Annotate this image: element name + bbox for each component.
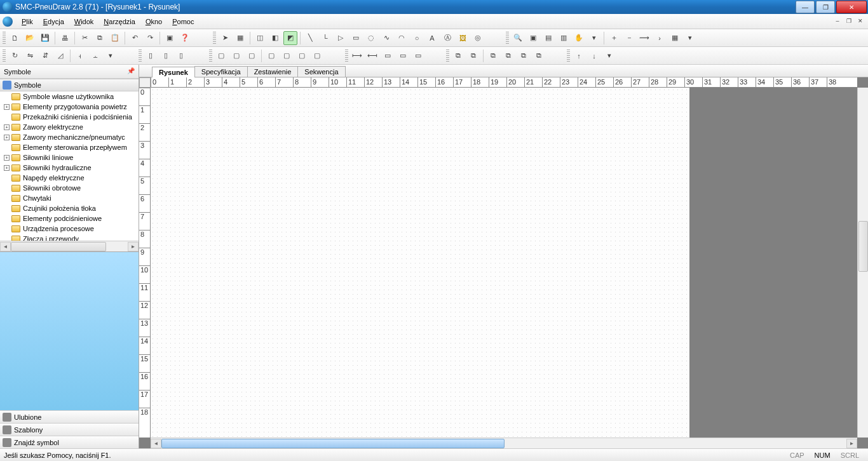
menu-okno[interactable]: Okno [140, 16, 167, 27]
vscroll-thumb[interactable] [858, 221, 868, 272]
grip[interactable] [446, 50, 449, 62]
triangle-icon[interactable]: ▷ [334, 31, 348, 45]
undo-icon[interactable]: ↶ [128, 31, 142, 45]
image-icon[interactable]: 🖼 [456, 31, 470, 45]
arrow-icon[interactable]: ⟿ [637, 31, 651, 45]
tree-item[interactable]: Przekaźniki ciśnienia i podciśnienia [0, 112, 139, 122]
tree-item[interactable]: Czujniki położenia tłoka [0, 203, 139, 213]
tab-zestawienie[interactable]: Zestawienie [247, 66, 299, 77]
tree-item[interactable]: +Siłowniki liniowe [0, 152, 139, 163]
tree-item[interactable]: Siłowniki obrotowe [0, 183, 139, 193]
expander-icon[interactable]: + [4, 124, 10, 130]
grip[interactable] [567, 50, 570, 62]
copy-icon[interactable]: ⧉ [93, 31, 107, 45]
line-icon[interactable]: ╲ [303, 31, 317, 45]
tab-sekwencja[interactable]: Sekwencja [297, 66, 345, 77]
dim4-icon[interactable]: ▭ [396, 49, 410, 63]
tab-rysunek[interactable]: Rysunek [152, 67, 195, 77]
group4-icon[interactable]: ⧉ [501, 49, 515, 63]
expander-icon[interactable]: + [4, 104, 10, 110]
cut-icon[interactable]: ✂ [78, 31, 92, 45]
shape3-icon[interactable]: ◩ [283, 31, 297, 45]
dashrect-icon[interactable]: ◌ [364, 31, 378, 45]
zoomfit-icon[interactable]: ▣ [526, 31, 540, 45]
vertical-scrollbar[interactable] [857, 88, 868, 438]
tab-specyfikacja[interactable]: Specyfikacja [194, 66, 248, 77]
dropdown4-icon[interactable]: ▾ [602, 49, 616, 63]
open-icon[interactable]: 📂 [23, 31, 37, 45]
dim1-icon[interactable]: ⟼ [350, 49, 364, 63]
mdi-minimize[interactable]: – [832, 17, 843, 25]
gt-icon[interactable]: › [653, 31, 667, 45]
panel-ulubione[interactable]: Ulubione [0, 410, 139, 423]
mdi-close[interactable]: ✕ [855, 17, 865, 25]
tree-item[interactable]: +Elementy przygotowania powietrz [0, 102, 139, 112]
order2-icon[interactable]: ▢ [229, 49, 243, 63]
panel-znajdz[interactable]: Znajdź symbol [0, 436, 139, 448]
order4-icon[interactable]: ▢ [264, 49, 278, 63]
menu-pomoc[interactable]: Pomoc [167, 16, 199, 27]
group5-icon[interactable]: ⧉ [517, 49, 531, 63]
rotate-icon[interactable]: ↻ [8, 49, 22, 63]
shape2-icon[interactable]: ◧ [268, 31, 282, 45]
scroll-left-icon[interactable]: ◄ [0, 242, 11, 251]
down-icon[interactable]: ↓ [587, 49, 601, 63]
text-icon[interactable]: A [425, 31, 439, 45]
tree-item[interactable]: Elementy sterowania przepływem [0, 142, 139, 152]
doc-icon[interactable] [3, 17, 13, 27]
drawing-paper[interactable] [151, 88, 689, 438]
help-cursor-icon[interactable]: ❓ [178, 31, 192, 45]
select-icon[interactable]: ▦ [233, 31, 247, 45]
tree-item[interactable]: Napędy elektryczne [0, 173, 139, 183]
check-icon[interactable]: ▣ [163, 31, 177, 45]
tree-item[interactable]: Złącza i przewody [0, 234, 139, 241]
group6-icon[interactable]: ⧉ [532, 49, 546, 63]
arc-icon[interactable]: ◠ [395, 31, 409, 45]
zoomsel-icon[interactable]: ▥ [557, 31, 571, 45]
grip[interactable] [345, 50, 348, 62]
pin-icon[interactable]: 📌 [127, 67, 135, 74]
layer2-icon[interactable]: ▯ [159, 49, 173, 63]
grip[interactable] [506, 32, 509, 44]
layer3-icon[interactable]: ▯ [174, 49, 188, 63]
symbol-tree[interactable]: Symbole własne użytkownika+Elementy przy… [0, 91, 139, 241]
zoom100-icon[interactable]: ▤ [541, 31, 555, 45]
paste-icon[interactable]: 📋 [108, 31, 122, 45]
redo-icon[interactable]: ↷ [143, 31, 157, 45]
grip[interactable] [3, 50, 6, 62]
menu-narzędzia[interactable]: Narzędzia [98, 16, 140, 27]
grip[interactable] [213, 32, 216, 44]
expander-icon[interactable]: + [4, 135, 10, 140]
minus-icon[interactable]: － [622, 31, 636, 45]
pan-icon[interactable]: ✋ [572, 31, 586, 45]
mdi-restore[interactable]: ❐ [844, 17, 854, 25]
order5-icon[interactable]: ▢ [280, 49, 294, 63]
tree-item[interactable]: Symbole własne użytkownika [0, 91, 139, 102]
align1-icon[interactable]: ⫞ [73, 49, 87, 63]
menu-plik[interactable]: Plik [17, 16, 38, 27]
tree-item[interactable]: +Siłowniki hydrauliczne [0, 163, 139, 173]
pointer-icon[interactable]: ➤ [218, 31, 232, 45]
tree-item[interactable]: Urządzenia procesowe [0, 224, 139, 234]
layer1-icon[interactable]: ▯ [144, 49, 158, 63]
order6-icon[interactable]: ▢ [295, 49, 309, 63]
order3-icon[interactable]: ▢ [245, 49, 259, 63]
polyline-icon[interactable]: └ [318, 31, 332, 45]
group3-icon[interactable]: ⧉ [486, 49, 500, 63]
group2-icon[interactable]: ⧉ [466, 49, 480, 63]
new-icon[interactable]: 🗋 [8, 31, 22, 45]
dim5-icon[interactable]: ▭ [411, 49, 425, 63]
dropdown2-icon[interactable]: ▾ [683, 31, 697, 45]
grip[interactable] [209, 50, 212, 62]
rect-icon[interactable]: ▭ [349, 31, 363, 45]
scroll-right-icon[interactable]: ► [128, 242, 139, 251]
zoom-icon[interactable]: 🔍 [511, 31, 525, 45]
mirror-icon[interactable]: ◿ [53, 49, 67, 63]
curve-icon[interactable]: ∿ [379, 31, 393, 45]
port-icon[interactable]: ◎ [471, 31, 485, 45]
flipv-icon[interactable]: ⇵ [38, 49, 52, 63]
scroll-right-icon[interactable]: ► [846, 439, 857, 448]
ellipse-icon[interactable]: ○ [410, 31, 424, 45]
tree-hscroll[interactable]: ◄ ► [0, 241, 139, 251]
close-button[interactable]: ✕ [836, 1, 867, 13]
